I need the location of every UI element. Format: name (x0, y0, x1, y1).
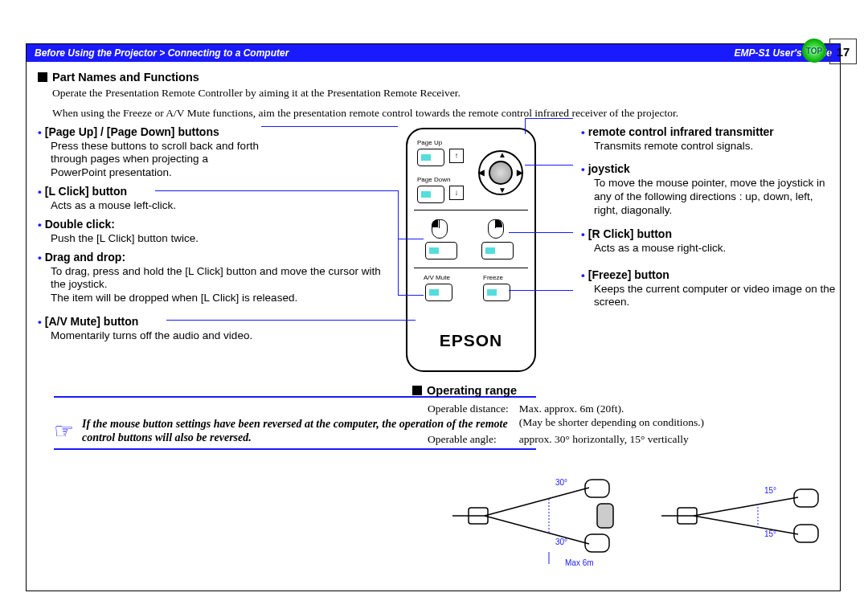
joystick-knob (489, 161, 513, 185)
item-page-buttons: •[Page Up] / [Page Down] buttons Press t… (38, 125, 391, 181)
item-body: To drag, press and hold the [L Click] bu… (51, 265, 396, 306)
range-figure: 30° 30° 15° 15° Max 6m (436, 464, 838, 560)
item-double-click: •Double click: Push the [L Click] button… (38, 218, 391, 246)
leader-line (525, 118, 526, 134)
label-av-mute: A/V Mute (424, 274, 450, 282)
op-distance-note: (May be shorter depending on conditions.… (519, 416, 704, 428)
remote-diagram: Page Up ↑ Page Down ↓ ▲ ▼ ◀ ▶ (385, 126, 554, 374)
item-title: Drag and drop: (45, 251, 125, 264)
item-body: Press these buttons to scroll back and f… (51, 140, 260, 181)
leader-line (398, 295, 424, 296)
bullet-icon: • (581, 228, 585, 240)
bullet-icon: • (581, 163, 585, 175)
hand-icon: ☞ (54, 417, 74, 445)
op-range-title: Operating range (427, 384, 517, 397)
svg-rect-6 (597, 504, 613, 528)
button-rclick (481, 242, 514, 260)
label-page-down: Page Down (417, 176, 450, 184)
button-page-up (417, 149, 444, 166)
item-body: Momentarily turns off the audio and vide… (51, 329, 391, 343)
item-drag-drop: •Drag and drop: To drag, press and hold … (38, 251, 391, 306)
bullet-icon: • (38, 251, 42, 264)
svg-line-0 (485, 488, 589, 516)
item-lclick: •[L Click] button Acts as a mouse left-c… (38, 185, 391, 213)
breadcrumb: Before Using the Projector > Connecting … (35, 47, 289, 59)
leader-line (398, 239, 399, 295)
angle-15-bottom: 15° (764, 529, 776, 540)
svg-rect-5 (585, 534, 609, 552)
intro-line-1: Operate the Presentation Remote Controll… (52, 87, 829, 100)
page-frame: Before Using the Projector > Connecting … (26, 43, 841, 591)
item-title: [Page Up] / [Page Down] buttons (45, 125, 219, 138)
arrow-down-icon: ↓ (449, 186, 464, 200)
item-freeze: •[Freeze] button Keeps the current compu… (581, 268, 838, 310)
item-body: Acts as a mouse left-click. (51, 199, 391, 213)
item-joystick: •joystick To move the mouse pointer, mov… (581, 162, 838, 218)
top-badge[interactable]: TOP (802, 39, 826, 63)
svg-rect-4 (585, 480, 609, 497)
leader-line (509, 232, 573, 233)
item-body: Keeps the current computer or video imag… (594, 283, 838, 310)
brand-label: EPSON (407, 330, 534, 351)
bullet-icon: • (38, 219, 42, 231)
bullet-icon: • (38, 126, 42, 138)
arrow-up-icon: ↑ (449, 149, 464, 163)
button-av-mute (425, 284, 452, 301)
section-part-names: Part Names and Functions (38, 70, 829, 85)
page-number-value: 17 (837, 45, 850, 59)
leader-line (166, 320, 416, 321)
intro-line-2: When using the Freeze or A/V Mute functi… (52, 107, 829, 121)
range-svg (436, 464, 838, 568)
button-freeze (483, 284, 510, 301)
bullet-icon: • (581, 126, 585, 138)
item-title: Double click: (45, 218, 115, 231)
header-bar: Before Using the Projector > Connecting … (27, 44, 840, 62)
item-body: Acts as a mouse right-click. (594, 242, 838, 255)
joystick-ring: ▲ ▼ ◀ ▶ (478, 150, 523, 195)
item-body: To move the mouse pointer, move the joys… (594, 177, 838, 218)
item-title: joystick (588, 162, 630, 175)
bullet-icon: • (38, 316, 42, 328)
label-freeze: Freeze (483, 274, 503, 282)
remote-body-outline: Page Up ↑ Page Down ↓ ▲ ▼ ◀ ▶ (406, 128, 536, 372)
item-title: [A/V Mute] button (45, 315, 139, 328)
svg-line-9 (694, 497, 798, 516)
right-column: •remote control infrared transmitter Tra… (581, 125, 838, 315)
leader-line (525, 165, 573, 166)
square-bullet-icon (412, 386, 422, 395)
op-angle-value: approx. 30° horizontally, 15° vertically (518, 432, 712, 447)
svg-rect-14 (794, 525, 818, 542)
leader-line (525, 118, 573, 119)
angle-30-top: 30° (555, 478, 567, 488)
item-body: Push the [L Click] button twice. (51, 232, 391, 246)
item-title: remote control infrared transmitter (588, 125, 774, 138)
section-operating-range: Operating range Operable distance: Max. … (412, 383, 838, 449)
bullet-icon: • (38, 186, 42, 198)
left-column: •[Page Up] / [Page Down] buttons Press t… (38, 125, 391, 348)
item-title: [L Click] button (45, 185, 127, 198)
svg-rect-13 (794, 489, 818, 507)
svg-line-1 (485, 516, 589, 544)
max-distance-label: Max 6m (565, 558, 594, 569)
label-page-up: Page Up (417, 139, 442, 147)
item-body: Transmits remote control signals. (594, 140, 838, 153)
angle-30-bottom: 30° (555, 537, 567, 548)
square-bullet-icon (38, 72, 47, 82)
page-number: 17 (829, 39, 857, 64)
op-angle-label: Operable angle: (427, 432, 517, 447)
item-title: [Freeze] button (588, 268, 669, 281)
item-rclick: •[R Click] button Acts as a mouse right-… (581, 227, 838, 255)
leader-line (398, 239, 424, 239)
op-distance-label: Operable distance: (427, 402, 517, 431)
section-title: Part Names and Functions (52, 71, 199, 84)
item-title: [R Click] button (588, 227, 672, 240)
op-distance-value: Max. approx. 6m (20ft). (519, 403, 624, 415)
bullet-icon: • (581, 269, 585, 281)
item-ir-transmitter: •remote control infrared transmitter Tra… (581, 125, 838, 153)
leader-line (155, 190, 398, 191)
top-badge-label: TOP (806, 47, 822, 55)
leader-line (509, 290, 573, 291)
leader-line (398, 190, 399, 239)
button-page-down (417, 186, 444, 203)
leader-line (261, 126, 398, 127)
